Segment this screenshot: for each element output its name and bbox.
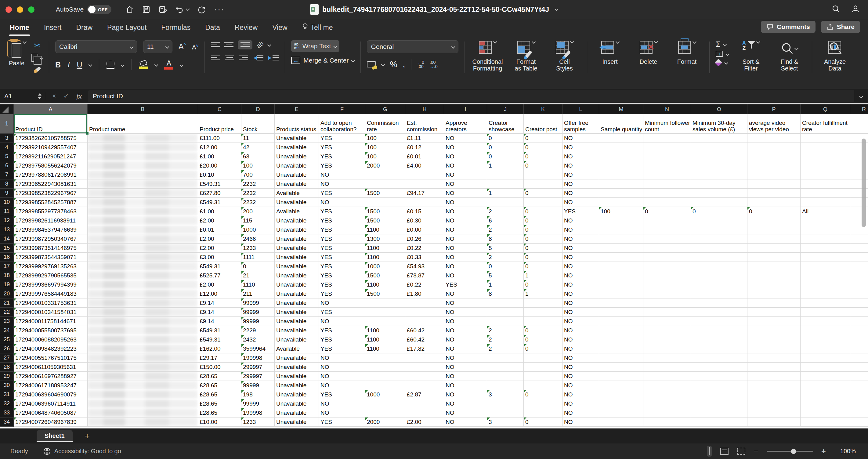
- accounting-format-icon[interactable]: [367, 61, 376, 67]
- cell-D24[interactable]: 2229: [241, 326, 275, 335]
- row-header-33[interactable]: 33: [0, 408, 14, 418]
- cell-L24[interactable]: NO: [562, 326, 599, 335]
- cell-M15[interactable]: [599, 244, 643, 253]
- cell-K28[interactable]: [524, 363, 562, 372]
- conditional-formatting-button[interactable]: ConditionalFormatting: [471, 40, 504, 72]
- sort-filter-button[interactable]: AZ Sort &Filter: [734, 40, 767, 72]
- cell-Q27[interactable]: [801, 354, 850, 363]
- cell-A21[interactable]: 1729400010331753631: [14, 299, 88, 308]
- cell-I33[interactable]: NO: [444, 408, 487, 418]
- cell-A3[interactable]: 1729382626105788575: [14, 134, 88, 143]
- cell-B13[interactable]: [88, 225, 198, 234]
- cell-C23[interactable]: £9.14: [198, 317, 241, 326]
- cell-Q30[interactable]: [801, 381, 850, 390]
- cell-L30[interactable]: NO: [562, 381, 599, 390]
- cell-I8[interactable]: NO: [444, 179, 487, 189]
- cell-I13[interactable]: NO: [444, 225, 487, 234]
- cell-I34[interactable]: NO: [444, 418, 487, 427]
- cell-C11[interactable]: £1.00: [198, 207, 241, 216]
- row-header-20[interactable]: 20: [0, 289, 14, 299]
- row-header-25[interactable]: 25: [0, 335, 14, 344]
- cell-L33[interactable]: NO: [562, 408, 599, 418]
- column-header-D[interactable]: D: [241, 104, 275, 114]
- cell-F17[interactable]: YES: [319, 262, 365, 271]
- cell-B26[interactable]: [88, 344, 198, 354]
- cell-B3[interactable]: [88, 134, 198, 143]
- cell-C33[interactable]: £28.65: [198, 408, 241, 418]
- cell-B7[interactable]: [88, 170, 198, 179]
- cell-M32[interactable]: [599, 399, 643, 408]
- cell-P29[interactable]: [747, 372, 801, 381]
- cell-O12[interactable]: [691, 216, 747, 225]
- cell-P27[interactable]: [747, 354, 801, 363]
- cell-B8[interactable]: [88, 179, 198, 189]
- cell-K16[interactable]: 0: [524, 253, 562, 262]
- cell-O19[interactable]: [691, 280, 747, 289]
- cell-K26[interactable]: 0: [524, 344, 562, 354]
- cell-D7[interactable]: 700: [241, 170, 275, 179]
- cell-P34[interactable]: [747, 418, 801, 427]
- cell-D16[interactable]: 1111: [241, 253, 275, 262]
- cell-E9[interactable]: Available: [275, 189, 319, 198]
- cell-D6[interactable]: 100: [241, 161, 275, 170]
- cell-E11[interactable]: Available: [275, 207, 319, 216]
- cell-D13[interactable]: 1000: [241, 225, 275, 234]
- row-header-14[interactable]: 14: [0, 234, 14, 244]
- cell-L18[interactable]: NO: [562, 271, 599, 280]
- cell-D11[interactable]: 200: [241, 207, 275, 216]
- cell-C28[interactable]: £150.00: [198, 363, 241, 372]
- cell-R14[interactable]: [850, 234, 868, 244]
- cell-A30[interactable]: 1729400617188953247: [14, 381, 88, 390]
- cell-C16[interactable]: £3.00: [198, 253, 241, 262]
- cell-F34[interactable]: YES: [319, 418, 365, 427]
- cell-R30[interactable]: [850, 381, 868, 390]
- column-header-P[interactable]: P: [747, 104, 801, 114]
- cell-J9[interactable]: 1: [487, 189, 524, 198]
- cell-E24[interactable]: Unavailable: [275, 326, 319, 335]
- cell-N5[interactable]: [643, 152, 691, 161]
- cell-M22[interactable]: [599, 308, 643, 317]
- align-left-icon[interactable]: [211, 56, 220, 60]
- cell-R32[interactable]: [850, 399, 868, 408]
- cell-F33[interactable]: NO: [319, 408, 365, 418]
- cell-I25[interactable]: NO: [444, 335, 487, 344]
- cell-H31[interactable]: £2.87: [405, 390, 444, 399]
- cell-E13[interactable]: Unavailable: [275, 225, 319, 234]
- cell-O16[interactable]: [691, 253, 747, 262]
- cell-N33[interactable]: [643, 408, 691, 418]
- cell-C34[interactable]: £10.00: [198, 418, 241, 427]
- cell-H9[interactable]: £94.17: [405, 189, 444, 198]
- autosum-icon[interactable]: Σ: [716, 41, 720, 48]
- cell-F7[interactable]: NO: [319, 170, 365, 179]
- cell-O13[interactable]: [691, 225, 747, 234]
- column-header-R[interactable]: R: [850, 104, 868, 114]
- cell-I16[interactable]: NO: [444, 253, 487, 262]
- cell-G25[interactable]: 1100: [365, 335, 405, 344]
- cell-E12[interactable]: Unavailable: [275, 216, 319, 225]
- cell-A33[interactable]: 1729400648740605087: [14, 408, 88, 418]
- cell-N17[interactable]: [643, 262, 691, 271]
- cell-C31[interactable]: £28.65: [198, 390, 241, 399]
- cell-A12[interactable]: 1729399826116938911: [14, 216, 88, 225]
- undo-dropdown-icon[interactable]: [186, 7, 190, 11]
- cell-J21[interactable]: [487, 299, 524, 308]
- cell-Q11[interactable]: All: [801, 207, 850, 216]
- row-header-6[interactable]: 6: [0, 161, 14, 170]
- cell-N15[interactable]: [643, 244, 691, 253]
- cell-H32[interactable]: [405, 399, 444, 408]
- cell-H3[interactable]: £1.11: [405, 134, 444, 143]
- copy-button[interactable]: [31, 53, 43, 62]
- cell-L20[interactable]: NO: [562, 289, 599, 299]
- cell-Q22[interactable]: [801, 308, 850, 317]
- insert-cells-button[interactable]: Insert: [593, 40, 626, 65]
- cell-K18[interactable]: 1: [524, 271, 562, 280]
- cell-E14[interactable]: Unavailable: [275, 234, 319, 244]
- cell-G17[interactable]: 1000: [365, 262, 405, 271]
- cell-N20[interactable]: [643, 289, 691, 299]
- cell-F25[interactable]: YES: [319, 335, 365, 344]
- cell-B16[interactable]: [88, 253, 198, 262]
- cell-C26[interactable]: £162.00: [198, 344, 241, 354]
- cell-L15[interactable]: NO: [562, 244, 599, 253]
- cell-H18[interactable]: £78.87: [405, 271, 444, 280]
- cell-P1[interactable]: average video views per video: [747, 114, 801, 134]
